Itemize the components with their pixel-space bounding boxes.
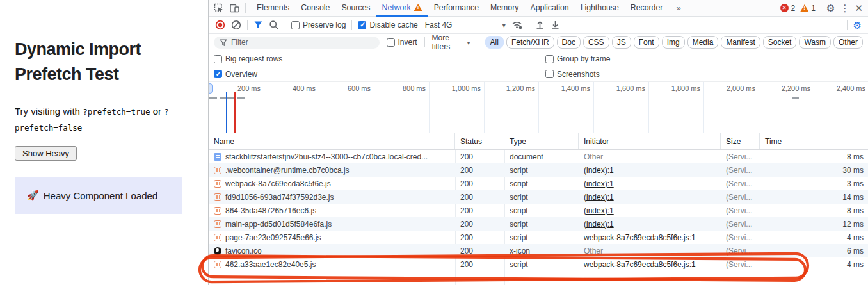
- filter-input[interactable]: Filter: [214, 37, 380, 49]
- table-row[interactable]: favicon.ico200x-iconOther(Servi...6 ms: [209, 244, 868, 257]
- close-icon[interactable]: ✕: [855, 3, 863, 13]
- inspect-icon[interactable]: [214, 3, 224, 13]
- show-heavy-button[interactable]: Show Heavy: [15, 146, 77, 161]
- more-tabs-chevron[interactable]: »: [673, 3, 683, 13]
- request-name: page-7ae23e0925745e66.js: [225, 233, 321, 242]
- warning-badge[interactable]: 1: [800, 4, 816, 13]
- request-initiator[interactable]: webpack-8a7c69ecda8c5f6e.js:1: [579, 260, 721, 269]
- table-row[interactable]: 864-35da487265716ec6.js200script(index):…: [209, 204, 868, 217]
- disable-cache-toggle[interactable]: Disable cache: [358, 20, 417, 29]
- filter-chip-wasm[interactable]: Wasm: [799, 36, 831, 49]
- filter-chip-doc[interactable]: Doc: [557, 36, 581, 49]
- throttling-dropdown[interactable]: Fast 4G ▾: [424, 20, 506, 29]
- settings-gear-icon[interactable]: ⚙: [826, 3, 835, 13]
- big-request-rows-toggle[interactable]: Big request rows: [214, 54, 282, 63]
- request-name: stackblitzstarterstjnv2bui-stz4--3000--c…: [225, 152, 428, 161]
- filter-chip-img[interactable]: Img: [662, 36, 685, 49]
- more-filters-label: More filters: [432, 33, 464, 51]
- table-row[interactable]: main-app-dd5d01d5f584e6fa.js200script(in…: [209, 217, 868, 231]
- tab-sources[interactable]: Sources: [335, 0, 376, 17]
- tab-recorder[interactable]: Recorder: [625, 0, 669, 17]
- filter-chip-socket[interactable]: Socket: [763, 36, 797, 49]
- disable-cache-checkbox[interactable]: [358, 21, 366, 29]
- clear-icon[interactable]: [231, 20, 241, 30]
- table-row[interactable]: webpack-8a7c69ecda8c5f6e.js200script(ind…: [209, 177, 868, 190]
- import-har-icon[interactable]: [535, 20, 545, 30]
- filter-bar: Filter Invert More filters ▾ AllFetch/XH…: [209, 34, 868, 51]
- column-header-time[interactable]: Time: [760, 133, 868, 149]
- rocket-icon: 🚀: [27, 190, 39, 201]
- tab-lighthouse[interactable]: Lighthouse: [575, 0, 625, 17]
- timeline-tick-label: 200 ms: [209, 85, 261, 92]
- network-conditions-icon[interactable]: [511, 20, 523, 30]
- filter-chip-media[interactable]: Media: [687, 36, 719, 49]
- tab-console[interactable]: Console: [295, 0, 335, 17]
- request-initiator[interactable]: (index):1: [579, 206, 721, 215]
- overview-request-bar: [237, 97, 245, 99]
- table-row[interactable]: stackblitzstarterstjnv2bui-stz4--3000--c…: [209, 150, 868, 163]
- group-by-frame-checkbox[interactable]: [545, 55, 554, 63]
- table-row[interactable]: fd9d1056-693ad74f37592d3e.js200script(in…: [209, 190, 868, 204]
- request-initiator[interactable]: (index):1: [579, 179, 721, 188]
- request-time: 4 ms: [760, 233, 868, 242]
- request-initiator[interactable]: (index):1: [579, 193, 721, 202]
- request-name: fd9d1056-693ad74f37592d3e.js: [225, 193, 334, 202]
- preserve-log-checkbox[interactable]: [291, 21, 300, 29]
- device-toolbar-icon[interactable]: [229, 3, 240, 13]
- screenshots-checkbox[interactable]: [545, 70, 554, 78]
- error-badge[interactable]: 2: [780, 4, 796, 13]
- tab-label: Console: [301, 3, 330, 12]
- filter-chip-js[interactable]: JS: [612, 36, 631, 49]
- column-header-name[interactable]: Name: [209, 133, 455, 149]
- request-type: script: [504, 179, 579, 188]
- overview-toggle[interactable]: Overview: [214, 70, 257, 79]
- intro-text: Try visiting with ?prefetch=true or ?pre…: [15, 104, 189, 136]
- table-row[interactable]: 462.a33aae1ec82e40e5.js200scriptwebpack-…: [209, 257, 868, 271]
- preserve-log-toggle[interactable]: Preserve log: [291, 20, 346, 29]
- more-filters-dropdown[interactable]: More filters ▾: [432, 33, 470, 51]
- page-title: Dynamic Import Prefetch Test: [15, 37, 175, 87]
- timeline-overview[interactable]: 200 ms400 ms600 ms800 ms1,000 ms1,200 ms…: [209, 82, 868, 133]
- options-row-1: Big request rows Group by frame: [209, 51, 868, 67]
- export-har-icon[interactable]: [551, 20, 560, 30]
- tab-elements[interactable]: Elements: [251, 0, 295, 17]
- tab-application[interactable]: Application: [524, 0, 574, 17]
- tab-network[interactable]: Network: [376, 0, 428, 17]
- filter-funnel-icon[interactable]: [253, 20, 263, 29]
- tab-performance[interactable]: Performance: [428, 0, 485, 17]
- network-settings-gear-icon[interactable]: ⚙: [853, 20, 862, 30]
- table-row[interactable]: .webcontainer@runtime.cb7c0bca.js200scri…: [209, 163, 868, 177]
- column-header-size[interactable]: Size: [721, 133, 760, 149]
- request-status: 200: [455, 166, 504, 175]
- search-icon[interactable]: [269, 20, 279, 30]
- more-menu-icon[interactable]: ⋮: [840, 3, 849, 13]
- overview-checkbox[interactable]: [214, 70, 222, 78]
- filter-chip-fetch-xhr[interactable]: Fetch/XHR: [506, 36, 554, 49]
- invert-checkbox[interactable]: [387, 38, 395, 47]
- tab-memory[interactable]: Memory: [485, 0, 524, 17]
- request-name-cell: 864-35da487265716ec6.js: [209, 206, 455, 215]
- column-header-type[interactable]: Type: [504, 133, 579, 149]
- filter-chip-manifest[interactable]: Manifest: [721, 36, 760, 49]
- filter-chip-all[interactable]: All: [485, 36, 504, 49]
- screenshots-toggle[interactable]: Screenshots: [545, 70, 600, 79]
- filter-chip-css[interactable]: CSS: [583, 36, 609, 49]
- error-icon: [780, 4, 789, 12]
- request-initiator[interactable]: webpack-8a7c69ecda8c5f6e.js:1: [579, 233, 721, 242]
- group-by-frame-toggle[interactable]: Group by frame: [545, 54, 610, 63]
- column-header-initiator[interactable]: Initiator: [579, 133, 721, 149]
- filter-chip-font[interactable]: Font: [634, 36, 659, 49]
- column-header-status[interactable]: Status: [455, 133, 504, 149]
- record-icon[interactable]: [215, 20, 225, 30]
- table-row[interactable]: page-7ae23e0925745e66.js200scriptwebpack…: [209, 231, 868, 244]
- invert-toggle[interactable]: Invert: [387, 38, 417, 47]
- big-request-rows-checkbox[interactable]: [214, 55, 222, 63]
- filter-chip-other[interactable]: Other: [833, 36, 863, 49]
- request-time: 6 ms: [760, 247, 868, 256]
- request-initiator[interactable]: (index):1: [579, 166, 721, 175]
- tab-label: Lighthouse: [581, 3, 619, 12]
- warning-icon: [800, 4, 808, 12]
- request-initiator[interactable]: (index):1: [579, 220, 721, 229]
- devtools-tabbar: ElementsConsoleSourcesNetworkPerformance…: [209, 0, 868, 17]
- script-icon: [214, 193, 221, 201]
